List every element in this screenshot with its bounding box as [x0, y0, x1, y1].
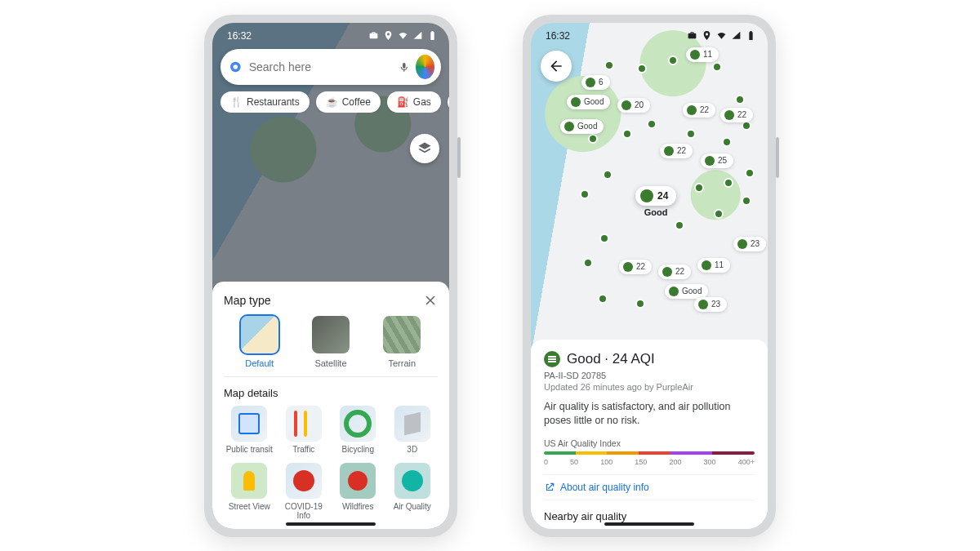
aqi-dot-icon: [623, 262, 633, 272]
map-detail-thumb: [286, 406, 322, 442]
aqi-dot[interactable]: [635, 299, 645, 309]
aqi-dot-icon: [724, 110, 734, 120]
aqi-dot[interactable]: [622, 129, 632, 139]
map-detail-threeD[interactable]: 3D: [387, 406, 439, 455]
aqi-focused-station[interactable]: 24 Good: [635, 186, 676, 217]
aqi-pill[interactable]: 25: [701, 153, 733, 168]
aqi-description: Air quality is satisfactory, and air pol…: [544, 400, 755, 429]
briefcase-icon: [368, 30, 379, 41]
aqi-pill-label: 23: [751, 239, 760, 248]
map-detail-label: Air Quality: [387, 502, 439, 512]
aqi-dot-icon: [702, 260, 711, 270]
aqi-pill-label: 22: [675, 267, 684, 276]
aqi-dot[interactable]: [588, 134, 598, 144]
aqi-dot[interactable]: [714, 209, 724, 219]
map-detail-thumb: [340, 406, 376, 442]
aqi-dot-icon: [698, 300, 708, 309]
aqi-legend-title: US Air Quality Index: [544, 438, 755, 448]
map-detail-bike[interactable]: Bicycling: [332, 406, 384, 455]
aqi-sep: ·: [604, 351, 612, 367]
aqi-pill-label: 22: [677, 146, 686, 155]
category-chip[interactable]: ☕Coffee: [316, 91, 381, 113]
aqi-dot[interactable]: [598, 294, 608, 304]
back-button[interactable]: [541, 51, 572, 82]
layers-button[interactable]: [410, 134, 439, 163]
aqi-dot[interactable]: [745, 168, 755, 178]
map-type-default[interactable]: Default: [241, 316, 278, 368]
aqi-dot[interactable]: [742, 196, 751, 206]
aqi-dot[interactable]: [604, 60, 614, 70]
category-chip[interactable]: 🛒Grocer: [448, 91, 449, 113]
aqi-pill[interactable]: Good: [567, 95, 610, 109]
status-time: 16:32: [546, 30, 570, 42]
aqi-dot[interactable]: [722, 137, 732, 147]
search-bar[interactable]: [220, 49, 441, 85]
close-icon[interactable]: [423, 293, 438, 308]
aqi-dot[interactable]: [668, 56, 678, 65]
map-detail-label: 3D: [387, 445, 439, 455]
map-type-thumb: [312, 316, 350, 353]
map-type-label: Default: [241, 358, 278, 368]
aqi-dot[interactable]: [599, 233, 609, 243]
aqi-dot[interactable]: [694, 183, 704, 193]
aqi-dot[interactable]: [647, 119, 657, 129]
aqi-dot[interactable]: [637, 64, 647, 73]
aqi-pill[interactable]: 23: [694, 297, 727, 312]
aqi-pill[interactable]: 6: [581, 75, 610, 90]
aqi-pill[interactable]: 22: [658, 264, 691, 279]
aqi-dot[interactable]: [735, 95, 745, 104]
aqi-pill[interactable]: 23: [733, 237, 766, 251]
map-detail-thumb: [286, 463, 322, 499]
map-detail-transit[interactable]: Public transit: [224, 406, 275, 455]
about-air-quality-link[interactable]: About air quality info: [544, 474, 755, 500]
map-detail-fire[interactable]: Wildfires: [332, 463, 384, 521]
aqi-pill[interactable]: 22: [660, 144, 693, 158]
mic-icon[interactable]: [399, 60, 410, 74]
aqi-dot[interactable]: [675, 220, 684, 230]
aqi-dot-icon: [586, 78, 595, 87]
aqi-pill[interactable]: 20: [617, 98, 650, 113]
chip-icon: ⛽: [397, 96, 409, 108]
phone-right: 16:32 116Good202222Good222522221123Good2…: [523, 15, 776, 537]
home-indicator[interactable]: [604, 522, 694, 526]
category-chip-row[interactable]: 🍴Restaurants☕Coffee⛽Gas🛒Grocer: [220, 91, 449, 113]
account-avatar[interactable]: [416, 55, 434, 79]
map-detail-aqi[interactable]: Air Quality: [387, 463, 439, 521]
search-input[interactable]: [249, 60, 392, 73]
aqi-pill[interactable]: 22: [683, 103, 715, 118]
maps-logo-icon: [229, 58, 243, 76]
aqi-pill[interactable]: 11: [697, 258, 730, 273]
map-detail-street[interactable]: Street View: [224, 463, 275, 521]
map-type-sat[interactable]: Satellite: [312, 316, 350, 368]
category-chip[interactable]: 🍴Restaurants: [220, 91, 310, 113]
aqi-pill[interactable]: Good: [560, 119, 604, 134]
aqi-legend-bar: [544, 451, 755, 455]
aqi-dot[interactable]: [603, 170, 612, 180]
aqi-pill[interactable]: 22: [720, 108, 753, 122]
chip-label: Restaurants: [247, 96, 300, 108]
home-indicator[interactable]: [286, 522, 376, 526]
aqi-dot[interactable]: [583, 258, 593, 268]
map-type-terrain[interactable]: Terrain: [383, 316, 421, 368]
map-detail-traffic[interactable]: Traffic: [278, 406, 330, 455]
aqi-pill[interactable]: Good: [665, 284, 708, 299]
map-detail-label: Wildfires: [332, 502, 384, 512]
aqi-pill[interactable]: 11: [686, 47, 719, 62]
aqi-pill[interactable]: 22: [619, 260, 652, 274]
aqi-dot-icon: [621, 100, 631, 110]
aqi-dot-icon: [571, 97, 581, 107]
map-detail-covid[interactable]: COVID-19 Info: [278, 463, 330, 521]
location-icon: [702, 30, 712, 41]
aqi-legend-tick: 300: [704, 458, 716, 466]
aqi-dot[interactable]: [712, 62, 722, 72]
aqi-dot[interactable]: [686, 129, 696, 139]
chip-icon: ☕: [326, 96, 338, 108]
battery-icon: [427, 30, 438, 41]
aqi-updated-text: Updated 26 minutes ago by PurpleAir: [544, 382, 755, 392]
aqi-dot[interactable]: [724, 178, 733, 188]
aqi-dot[interactable]: [580, 189, 590, 199]
aqi-dot-icon: [664, 146, 674, 156]
aqi-pill-label: Good: [577, 122, 597, 131]
category-chip[interactable]: ⛽Gas: [387, 91, 441, 113]
aqi-focus-label: Good: [635, 207, 676, 217]
